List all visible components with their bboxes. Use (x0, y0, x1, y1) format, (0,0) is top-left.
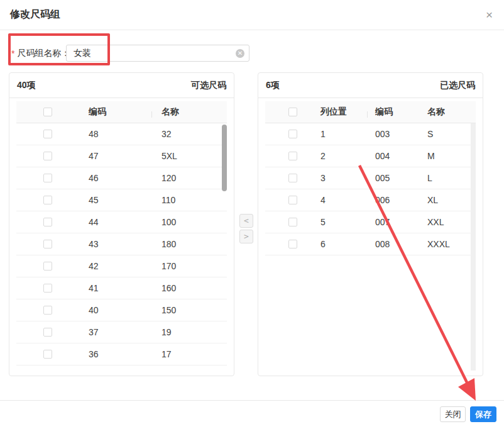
position-cell: 3 (312, 173, 367, 183)
available-title: 可选尺码 (191, 80, 226, 91)
code-cell: 45 (79, 195, 151, 205)
name-cell: 32 (151, 129, 227, 139)
code-cell: 42 (79, 261, 151, 271)
row-checkbox[interactable] (288, 152, 297, 160)
select-all-checkbox[interactable] (288, 108, 297, 116)
selected-title: 已选尺码 (440, 80, 475, 91)
column-header-name: 名称 (419, 106, 476, 118)
table-header-row: 列位置 编码 名称 (265, 101, 476, 123)
size-group-name-label: 尺码组名称： (17, 48, 70, 59)
clear-input-icon[interactable]: ✕ (236, 49, 244, 58)
name-cell: 5XL (151, 151, 227, 161)
table-row[interactable]: 3 005 L (265, 167, 476, 189)
code-cell: 36 (79, 349, 151, 359)
row-checkbox[interactable] (43, 350, 52, 359)
code-cell: 005 (367, 173, 419, 183)
move-right-button[interactable]: > (239, 230, 253, 243)
size-group-name-input[interactable]: 女装 ✕ (66, 45, 249, 62)
code-cell: 44 (79, 217, 151, 227)
table-row[interactable]: 42 170 (16, 255, 227, 277)
table-row[interactable]: 46 120 (16, 167, 227, 189)
selected-count: 6项 (266, 80, 280, 91)
table-row[interactable]: 44 100 (16, 211, 227, 233)
table-row[interactable]: 45 110 (16, 189, 227, 211)
row-checkbox[interactable] (43, 262, 52, 271)
name-cell: XL (419, 195, 476, 205)
name-cell: 170 (151, 261, 227, 271)
table-row[interactable]: 2 004 M (265, 145, 476, 167)
name-cell: 150 (151, 305, 227, 315)
available-count: 40项 (17, 80, 36, 91)
code-cell: 003 (367, 129, 419, 139)
table-row[interactable]: 37 19 (16, 321, 227, 343)
table-row[interactable]: 36 17 (16, 343, 227, 365)
position-cell: 5 (312, 217, 367, 227)
column-header-position: 列位置 (312, 106, 367, 118)
name-cell: 110 (151, 195, 227, 205)
column-header-name: 名称 (151, 106, 227, 118)
scrollbar-track[interactable] (222, 123, 227, 371)
save-button[interactable]: 保存 (470, 406, 496, 422)
row-checkbox[interactable] (43, 218, 52, 226)
code-cell: 43 (79, 239, 151, 249)
table-row[interactable]: 40 150 (16, 299, 227, 321)
selected-sizes-panel: 6项 已选尺码 列位置 编码 名称 1 003 S 2 004 (258, 72, 483, 376)
dialog-header: 修改尺码组 × (0, 0, 504, 30)
close-icon[interactable]: × (486, 9, 493, 21)
row-checkbox[interactable] (288, 240, 297, 248)
name-cell: S (419, 129, 476, 139)
row-checkbox[interactable] (288, 218, 297, 226)
table-row[interactable]: 41 160 (16, 277, 227, 299)
table-row[interactable]: 6 008 XXXL (265, 233, 476, 255)
available-table-body: 48 32 47 5XL 46 120 45 110 (16, 123, 227, 371)
size-group-name-row: * 尺码组名称： (11, 45, 70, 62)
name-cell: 17 (151, 349, 227, 359)
table-row[interactable]: 43 180 (16, 233, 227, 255)
column-header-code: 编码 (367, 106, 419, 118)
move-left-button[interactable]: < (239, 214, 253, 228)
position-cell: 1 (312, 129, 367, 139)
row-checkbox[interactable] (43, 306, 52, 315)
column-header-code: 编码 (79, 106, 151, 118)
row-checkbox[interactable] (43, 328, 52, 337)
table-header-row: 编码 名称 (16, 101, 227, 123)
table-row[interactable]: 48 32 (16, 123, 227, 145)
modify-size-group-dialog: 修改尺码组 × * 尺码组名称： 女装 ✕ 40项 可选尺码 编码 名称 48 (0, 0, 504, 424)
scrollbar-track[interactable] (471, 123, 476, 371)
row-checkbox[interactable] (288, 130, 297, 138)
name-cell: L (419, 173, 476, 183)
selected-table-body: 1 003 S 2 004 M 3 005 L (265, 123, 476, 371)
position-cell: 2 (312, 151, 367, 161)
row-checkbox[interactable] (43, 152, 52, 160)
row-checkbox[interactable] (43, 196, 52, 204)
selected-sizes-table: 列位置 编码 名称 1 003 S 2 004 M (265, 101, 476, 371)
name-cell: 180 (151, 239, 227, 249)
name-cell: 160 (151, 283, 227, 293)
position-cell: 6 (312, 239, 367, 249)
size-group-name-value: 女装 (74, 48, 91, 59)
row-checkbox[interactable] (43, 240, 52, 248)
table-row[interactable]: 5 007 XXL (265, 211, 476, 233)
code-cell: 008 (367, 239, 419, 249)
close-button[interactable]: 关闭 (440, 406, 466, 422)
scrollbar-thumb[interactable] (222, 125, 227, 191)
row-checkbox[interactable] (288, 196, 297, 204)
table-row[interactable]: 47 5XL (16, 145, 227, 167)
row-checkbox[interactable] (288, 174, 297, 182)
footer-divider (0, 400, 504, 401)
selected-panel-header: 6项 已选尺码 (258, 73, 483, 98)
row-checkbox[interactable] (43, 284, 52, 293)
name-cell: XXL (419, 217, 476, 227)
row-checkbox[interactable] (43, 174, 52, 182)
name-cell: 19 (151, 327, 227, 337)
available-sizes-panel: 40项 可选尺码 编码 名称 48 32 47 5XL (9, 72, 234, 376)
table-row[interactable]: 1 003 S (265, 123, 476, 145)
table-row[interactable]: 4 006 XL (265, 189, 476, 211)
available-sizes-table: 编码 名称 48 32 47 5XL 46 120 (16, 101, 227, 371)
name-cell: XXXL (419, 239, 476, 249)
select-all-checkbox[interactable] (43, 108, 52, 116)
name-cell: 120 (151, 173, 227, 183)
code-cell: 48 (79, 129, 151, 139)
row-checkbox[interactable] (43, 130, 52, 138)
dialog-title: 修改尺码组 (10, 8, 60, 21)
